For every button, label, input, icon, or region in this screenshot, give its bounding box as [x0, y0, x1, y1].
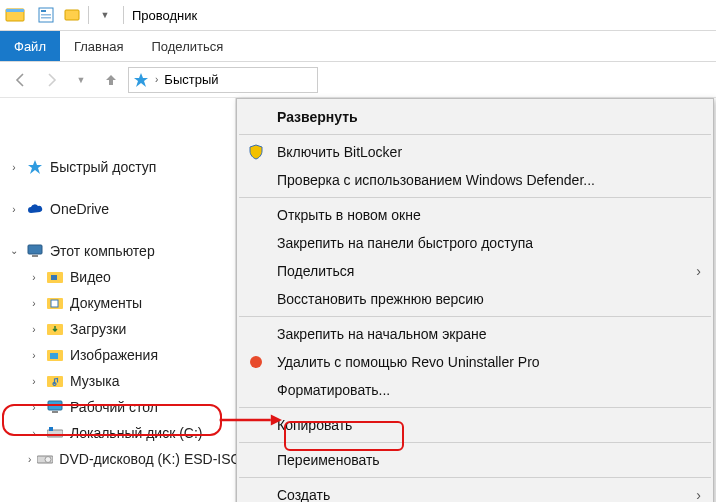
revo-icon — [247, 353, 265, 371]
tree-quick-access[interactable]: › Быстрый доступ — [0, 154, 235, 180]
chevron-right-icon[interactable]: › — [28, 376, 40, 387]
svg-rect-4 — [41, 14, 51, 16]
tree-label: OneDrive — [50, 201, 109, 217]
chevron-right-icon: › — [696, 487, 701, 502]
chevron-right-icon[interactable]: › — [8, 204, 20, 215]
tree-this-pc[interactable]: ⌄ Этот компьютер — [0, 238, 235, 264]
svg-rect-19 — [48, 401, 62, 410]
ribbon-tab-share[interactable]: Поделиться — [137, 31, 237, 61]
context-menu: Развернуть Включить BitLocker Проверка с… — [236, 98, 714, 502]
chevron-right-icon[interactable]: › — [28, 454, 31, 465]
menu-create[interactable]: Создать› — [237, 481, 713, 502]
svg-rect-6 — [65, 10, 79, 20]
svg-rect-22 — [49, 427, 53, 431]
nav-recent-dropdown[interactable]: ▼ — [68, 67, 94, 93]
menu-pin-start[interactable]: Закрепить на начальном экране — [237, 320, 713, 348]
menu-restore-version[interactable]: Восстановить прежнюю версию — [237, 285, 713, 313]
menu-share[interactable]: Поделиться› — [237, 257, 713, 285]
address-bar: ▼ › Быстрый — [0, 62, 716, 98]
svg-marker-7 — [134, 73, 148, 87]
qat-separator — [88, 6, 89, 24]
tree-label: Музыка — [70, 373, 120, 389]
menu-copy[interactable]: Копировать — [237, 411, 713, 439]
menu-separator — [239, 442, 711, 443]
tree-music[interactable]: › Музыка — [0, 368, 235, 394]
chevron-right-icon[interactable]: › — [28, 298, 40, 309]
quick-access-star-icon — [133, 72, 149, 88]
nav-up-button[interactable] — [98, 67, 124, 93]
svg-marker-8 — [28, 160, 42, 174]
menu-revo-uninstall[interactable]: Удалить с помощью Revo Uninstaller Pro — [237, 348, 713, 376]
ribbon-tab-file[interactable]: Файл — [0, 31, 60, 61]
nav-forward-button[interactable] — [38, 67, 64, 93]
tree-onedrive[interactable]: › OneDrive — [0, 196, 235, 222]
tree-desktop[interactable]: › Рабочий стол — [0, 394, 235, 420]
star-icon — [26, 158, 44, 176]
title-separator — [123, 6, 124, 24]
tree-local-disk-c[interactable]: › Локальный диск (C:) — [0, 420, 235, 446]
tree-label: Загрузки — [70, 321, 126, 337]
videos-folder-icon — [46, 268, 64, 286]
tree-label: Изображения — [70, 347, 158, 363]
chevron-right-icon[interactable]: › — [28, 428, 40, 439]
qat-dropdown-icon[interactable]: ▼ — [93, 3, 117, 27]
tree-label: Видео — [70, 269, 111, 285]
new-folder-qat-icon[interactable] — [60, 3, 84, 27]
menu-expand[interactable]: Развернуть — [237, 103, 713, 131]
tree-dvd-drive[interactable]: › DVD-дисковод (K:) ESD-ISO — [0, 446, 235, 472]
tree-label: Этот компьютер — [50, 243, 155, 259]
menu-rename[interactable]: Переименовать — [237, 446, 713, 474]
svg-rect-10 — [32, 255, 38, 257]
quick-access-toolbar: ▼ — [30, 3, 121, 27]
address-path[interactable]: › Быстрый — [128, 67, 318, 93]
tree-label: Документы — [70, 295, 142, 311]
svg-rect-3 — [41, 10, 46, 12]
downloads-folder-icon — [46, 320, 64, 338]
svg-rect-20 — [52, 411, 58, 413]
svg-rect-9 — [28, 245, 42, 254]
chevron-right-icon[interactable]: › — [28, 272, 40, 283]
menu-format[interactable]: Форматировать... — [237, 376, 713, 404]
svg-point-25 — [250, 356, 262, 368]
tree-downloads[interactable]: › Загрузки — [0, 316, 235, 342]
svg-rect-12 — [51, 275, 57, 280]
tree-label: Рабочий стол — [70, 399, 158, 415]
properties-qat-icon[interactable] — [34, 3, 58, 27]
menu-separator — [239, 407, 711, 408]
drive-icon — [46, 424, 64, 442]
menu-separator — [239, 134, 711, 135]
svg-rect-5 — [41, 17, 51, 19]
chevron-down-icon[interactable]: ⌄ — [8, 245, 20, 256]
address-crumb[interactable]: Быстрый — [164, 72, 218, 87]
menu-bitlocker[interactable]: Включить BitLocker — [237, 138, 713, 166]
menu-separator — [239, 197, 711, 198]
chevron-right-icon[interactable]: › — [28, 350, 40, 361]
menu-defender[interactable]: Проверка с использованием Windows Defend… — [237, 166, 713, 194]
music-folder-icon — [46, 372, 64, 390]
tree-label: DVD-дисковод (K:) ESD-ISO — [59, 451, 241, 467]
svg-rect-14 — [51, 300, 58, 307]
dvd-drive-icon — [37, 450, 53, 468]
menu-open-new-window[interactable]: Открыть в новом окне — [237, 201, 713, 229]
chevron-right-icon[interactable]: › — [28, 324, 40, 335]
menu-pin-quick-access[interactable]: Закрепить на панели быстрого доступа — [237, 229, 713, 257]
menu-separator — [239, 477, 711, 478]
svg-rect-17 — [50, 353, 58, 359]
navigation-tree: › Быстрый доступ › OneDrive ⌄ Этот компь… — [0, 98, 236, 502]
chevron-right-icon[interactable]: › — [28, 402, 40, 413]
nav-back-button[interactable] — [8, 67, 34, 93]
explorer-app-icon — [2, 2, 28, 28]
computer-icon — [26, 242, 44, 260]
window-title: Проводник — [126, 8, 197, 23]
cloud-icon — [26, 200, 44, 218]
tree-documents[interactable]: › Документы — [0, 290, 235, 316]
shield-icon — [247, 143, 265, 161]
svg-rect-21 — [47, 430, 63, 437]
tree-pictures[interactable]: › Изображения — [0, 342, 235, 368]
menu-separator — [239, 316, 711, 317]
chevron-right-icon[interactable]: › — [8, 162, 20, 173]
ribbon-tab-home[interactable]: Главная — [60, 31, 137, 61]
svg-rect-1 — [6, 9, 24, 12]
tree-videos[interactable]: › Видео — [0, 264, 235, 290]
desktop-icon — [46, 398, 64, 416]
